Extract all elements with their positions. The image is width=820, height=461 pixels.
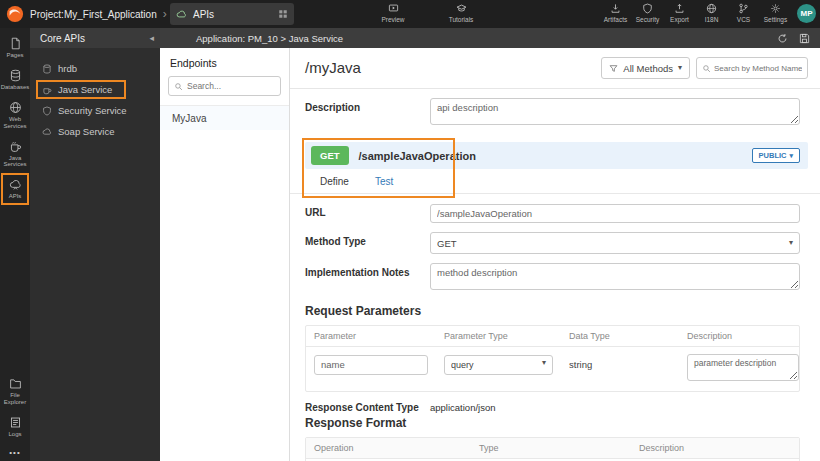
rail-item-pages[interactable]: Pages: [0, 32, 30, 64]
endpoint-item-myjava[interactable]: MyJava: [160, 106, 289, 130]
apis-document-tab[interactable]: APIs: [170, 3, 294, 25]
cloud-icon: [42, 127, 52, 137]
user-avatar[interactable]: MP: [797, 4, 816, 23]
export-button[interactable]: Export: [664, 3, 695, 23]
description-textarea[interactable]: api description: [430, 98, 800, 125]
tab-define[interactable]: Define: [320, 176, 349, 187]
sidebar-item-label: Security Service: [58, 105, 127, 116]
endpoints-panel: Endpoints MyJava: [160, 48, 290, 461]
method-search[interactable]: [696, 57, 808, 79]
sidebar-item-label: hrdb: [58, 63, 77, 74]
globe-icon: [9, 101, 22, 114]
rail-item-databases[interactable]: Databases: [0, 64, 30, 96]
rail-item-logs[interactable]: Logs: [0, 411, 30, 443]
response-format-title: Response Format: [305, 416, 808, 430]
chevron-down-icon: ▾: [678, 64, 682, 72]
filter-icon: [609, 64, 618, 73]
public-label: PUBLIC: [759, 151, 787, 160]
rail-label-apis: APIs: [9, 193, 22, 200]
api-icon: [9, 178, 22, 191]
all-methods-filter[interactable]: All Methods ▾: [601, 57, 690, 79]
folder-icon: [9, 377, 22, 390]
refresh-icon[interactable]: [777, 33, 788, 44]
rail-item-java-services[interactable]: Java Services: [0, 135, 30, 174]
preview-label: Preview: [381, 16, 404, 23]
rail-item-web-services[interactable]: Web Services: [0, 96, 30, 135]
sidebar-items: hrdb Java Service Security Service Soap …: [30, 48, 160, 142]
gear-icon: [770, 3, 781, 14]
collapse-sidebar-icon[interactable]: ◂: [149, 33, 154, 43]
parameter-type-select[interactable]: query: [444, 355, 553, 375]
method-type-select[interactable]: GET: [430, 232, 800, 254]
project-name[interactable]: Project:My_First_Application: [30, 9, 157, 20]
export-label: Export: [670, 16, 689, 23]
method-badge-get[interactable]: GET: [311, 146, 349, 165]
security-button[interactable]: Security: [632, 3, 663, 23]
settings-button[interactable]: Settings: [760, 3, 791, 23]
rail-item-apis[interactable]: APIs: [1, 173, 29, 205]
col-data-type: Data Type: [561, 326, 679, 346]
method-search-input[interactable]: [714, 64, 802, 73]
topbar: Project:My_First_Application › APIs Prev…: [0, 0, 820, 28]
col-description: Description: [631, 438, 799, 458]
save-icon[interactable]: [799, 33, 810, 44]
operation-path: /sampleJavaOperation: [359, 150, 476, 162]
operation-panel: GET /sampleJavaOperation PUBLIC ▾ Define…: [305, 142, 808, 194]
request-parameters-table: Parameter Parameter Type Data Type Descr…: [305, 325, 800, 392]
api-tab-icon: [176, 9, 187, 20]
chevron-right-icon: ›: [163, 8, 167, 20]
sidebar-item-java-service[interactable]: Java Service: [30, 79, 160, 100]
artifacts-button[interactable]: Artifacts: [600, 3, 631, 23]
url-input[interactable]: [430, 204, 800, 223]
i18n-button[interactable]: I18N: [696, 3, 727, 23]
export-icon: [674, 3, 685, 14]
preview-button[interactable]: Preview: [370, 3, 416, 23]
table-row: query ▾ string parameter description: [306, 347, 799, 391]
endpoints-search[interactable]: [168, 76, 281, 96]
search-icon: [702, 64, 711, 73]
logs-icon: [9, 416, 22, 429]
visibility-public-button[interactable]: PUBLIC ▾: [752, 148, 800, 163]
grid-icon[interactable]: [278, 9, 288, 19]
coffee-icon: [42, 85, 52, 95]
sidebar-title: Core APIs: [40, 33, 85, 44]
topbar-actions: Artifacts Security Export I18N VCS Setti…: [600, 3, 816, 23]
description-row: Description api description: [305, 98, 808, 129]
tab-test[interactable]: Test: [375, 176, 393, 187]
more-menu-button[interactable]: •••: [9, 443, 20, 459]
apis-tab-label: APIs: [193, 9, 214, 20]
rail-label-file-explorer: File Explorer: [0, 392, 30, 406]
security-icon: [642, 3, 653, 14]
sidebar-item-security-service[interactable]: Security Service: [30, 100, 160, 121]
col-operation: Operation: [306, 438, 471, 458]
data-type-value: string: [561, 354, 679, 370]
breadcrumb: Application: PM_10 > Java Service: [160, 33, 343, 44]
parameter-name-input[interactable]: [314, 355, 428, 375]
artifacts-icon: [610, 3, 621, 14]
vcs-label: VCS: [737, 16, 750, 23]
api-designer-main: /myJava All Methods ▾ Description api de…: [290, 48, 820, 461]
impl-notes-row: Implementation Notes method description: [305, 263, 808, 294]
request-parameters-title: Request Parameters: [305, 304, 808, 318]
sidebar-item-soap-service[interactable]: Soap Service: [30, 121, 160, 142]
col-type: Type: [471, 438, 631, 458]
response-content-type-value: application/json: [430, 402, 496, 413]
studio-screen: Project:My_First_Application › APIs Prev…: [0, 0, 820, 461]
vcs-icon: [738, 3, 749, 14]
parameter-description-textarea[interactable]: parameter description: [687, 354, 799, 381]
description-label: Description: [305, 98, 430, 129]
col-parameter-type: Parameter Type: [436, 326, 561, 346]
page-icon: [9, 37, 22, 50]
tutorials-button[interactable]: Tutorials: [438, 3, 484, 23]
i18n-icon: [706, 3, 717, 14]
sidebar-item-hrdb[interactable]: hrdb: [30, 58, 160, 79]
impl-notes-textarea[interactable]: method description: [430, 263, 800, 290]
rail-item-file-explorer[interactable]: File Explorer: [0, 372, 30, 411]
subheader-actions: [777, 33, 820, 44]
operation-header[interactable]: GET /sampleJavaOperation PUBLIC ▾: [305, 142, 808, 169]
method-type-label: Method Type: [305, 232, 430, 254]
sidebar-item-label: Java Service: [58, 84, 112, 95]
vcs-button[interactable]: VCS: [728, 3, 759, 23]
database-icon: [42, 64, 52, 74]
endpoints-search-input[interactable]: [187, 81, 275, 91]
